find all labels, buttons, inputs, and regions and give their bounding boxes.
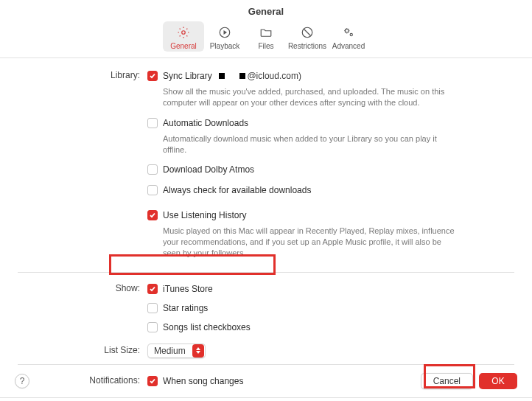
tab-label: Advanced [328, 42, 369, 50]
list-size-select[interactable]: Medium [147, 344, 206, 358]
folder-icon [245, 24, 287, 41]
tab-files[interactable]: Files [245, 21, 287, 52]
window-title: General [0, 0, 532, 21]
sync-library-desc: Show all the music you've added, purchas… [147, 83, 464, 116]
cancel-button[interactable]: Cancel [421, 373, 473, 389]
toolbar: General Playback Files Restrictions Adva… [0, 21, 532, 58]
list-size-label: List Size: [18, 344, 147, 355]
sync-library-label: Sync Library [163, 71, 212, 81]
automatic-downloads-checkbox[interactable] [147, 118, 158, 128]
content: Library: Sync Library @icloud.com) Show … [0, 58, 532, 398]
always-check-label: Always check for available downloads [163, 185, 311, 195]
tab-label: Restrictions [287, 42, 328, 50]
tab-label: Files [245, 42, 287, 50]
tab-playback[interactable]: Playback [204, 21, 245, 52]
songs-list-checkboxes-checkbox[interactable] [147, 322, 158, 332]
chevron-updown-icon [192, 344, 204, 358]
tab-label: Playback [204, 42, 245, 50]
listening-history-checkbox[interactable] [147, 210, 158, 220]
ok-button[interactable]: OK [479, 373, 517, 389]
itunes-store-label: iTunes Store [163, 284, 213, 294]
svg-point-4 [350, 33, 352, 35]
svg-point-3 [346, 29, 349, 33]
sync-library-checkbox[interactable] [147, 71, 158, 81]
tab-label: General [163, 42, 204, 50]
tab-restrictions[interactable]: Restrictions [287, 21, 328, 52]
listening-history-desc: Music played on this Mac will appear in … [147, 223, 464, 266]
star-ratings-checkbox[interactable] [147, 303, 158, 313]
automatic-downloads-desc: Automatically download music when added … [147, 130, 464, 163]
library-label: Library: [18, 69, 147, 80]
songs-list-checkboxes-label: Songs list checkboxes [163, 322, 251, 332]
download-dolby-label: Download Dolby Atmos [163, 164, 254, 175]
automatic-downloads-label: Automatic Downloads [163, 118, 248, 128]
gear-icon [163, 24, 204, 41]
sync-library-account: @icloud.com) [219, 71, 301, 81]
itunes-store-checkbox[interactable] [147, 284, 158, 294]
always-check-checkbox[interactable] [147, 185, 158, 195]
download-dolby-checkbox[interactable] [147, 164, 158, 175]
show-label: Show: [18, 282, 147, 293]
preferences-window: { "title": "General", "tabs": [ {"label"… [0, 0, 532, 401]
play-icon [204, 24, 245, 41]
list-size-value: Medium [148, 346, 192, 356]
tab-advanced[interactable]: Advanced [328, 21, 369, 52]
ban-icon [287, 24, 328, 41]
svg-point-0 [182, 31, 186, 35]
footer: ? Cancel OK [0, 364, 532, 401]
listening-history-label: Use Listening History [163, 210, 246, 220]
tab-general[interactable]: General [163, 21, 204, 52]
star-ratings-label: Star ratings [163, 303, 208, 313]
help-button[interactable]: ? [15, 374, 29, 388]
cogs-icon [328, 24, 369, 41]
